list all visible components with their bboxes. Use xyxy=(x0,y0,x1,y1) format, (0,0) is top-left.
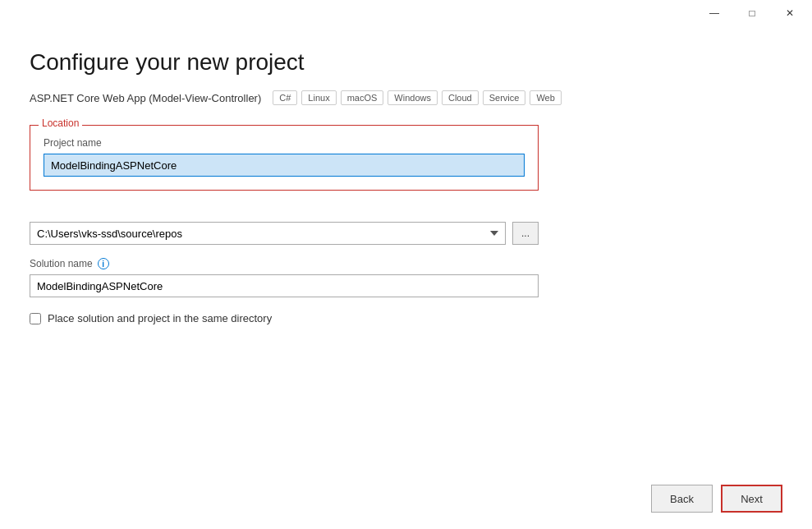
maximize-button[interactable]: □ xyxy=(733,0,771,26)
location-select[interactable]: C:\Users\vks-ssd\source\repos xyxy=(30,222,506,245)
solution-info-icon: i xyxy=(98,258,109,269)
close-button[interactable]: ✕ xyxy=(771,0,809,26)
page-title: Configure your new project xyxy=(30,49,782,76)
checkbox-row: Place solution and project in the same d… xyxy=(30,312,782,324)
tag-macos: macOS xyxy=(341,90,384,105)
tag-service: Service xyxy=(483,90,526,105)
project-name-section: Project name Location xyxy=(30,125,539,191)
solution-name-label: Solution name i xyxy=(30,258,539,269)
same-directory-label[interactable]: Place solution and project in the same d… xyxy=(48,312,272,324)
solution-name-input[interactable] xyxy=(30,274,539,297)
project-type-name: ASP.NET Core Web App (Model-View-Control… xyxy=(30,92,261,104)
main-content: Configure your new project ASP.NET Core … xyxy=(0,26,812,475)
same-directory-checkbox[interactable] xyxy=(30,313,41,324)
browse-button[interactable]: ... xyxy=(512,222,539,245)
solution-name-section: Solution name i xyxy=(30,258,539,297)
tag-web: Web xyxy=(530,90,561,105)
next-button[interactable]: Next xyxy=(721,485,782,513)
tag-windows: Windows xyxy=(388,90,438,105)
project-name-label: Project name xyxy=(44,137,525,149)
footer: Back Next xyxy=(0,475,812,529)
tag-cloud: Cloud xyxy=(442,90,479,105)
back-button[interactable]: Back xyxy=(651,485,713,513)
tag-csharp: C# xyxy=(273,90,297,105)
title-bar: — □ ✕ xyxy=(0,0,812,26)
configure-project-window: — □ ✕ Configure your new project ASP.NET… xyxy=(0,0,812,529)
location-row: C:\Users\vks-ssd\source\repos ... xyxy=(30,222,539,245)
location-label-overlay: Location xyxy=(39,117,82,129)
project-name-input[interactable] xyxy=(44,154,525,177)
project-type-bar: ASP.NET Core Web App (Model-View-Control… xyxy=(30,90,782,105)
minimize-button[interactable]: — xyxy=(695,0,733,26)
tag-linux: Linux xyxy=(301,90,336,105)
